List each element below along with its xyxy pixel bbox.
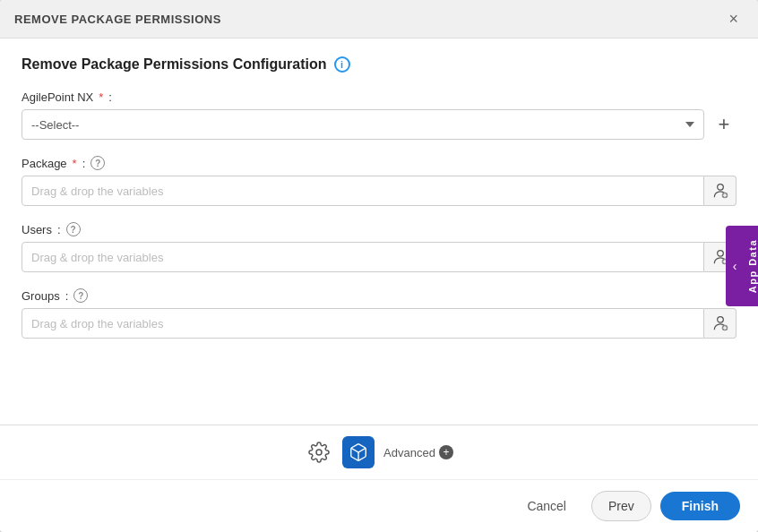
package-required: *: [73, 157, 77, 170]
agilepoint-required: *: [99, 90, 103, 104]
prev-button[interactable]: Prev: [591, 491, 651, 521]
modal-body: Remove Package Permissions Configuration…: [0, 39, 758, 425]
groups-variable-picker-button[interactable]: [704, 308, 736, 339]
footer-actions: Cancel Prev Finish: [0, 480, 758, 532]
users-label: Users: ?: [22, 222, 736, 236]
advanced-label: Advanced: [383, 446, 435, 459]
groups-person-icon: [711, 314, 729, 332]
modal-footer: Advanced + Cancel Prev Finish: [0, 425, 758, 532]
box-icon: [349, 442, 368, 462]
cancel-button[interactable]: Cancel: [511, 492, 582, 520]
app-data-panel[interactable]: ‹ App Data: [726, 226, 758, 306]
groups-row: Groups: ?: [22, 288, 736, 339]
agilepoint-row: AgilePoint NX*: --Select-- +: [22, 90, 736, 140]
app-data-chevron: ‹: [726, 226, 744, 306]
close-button[interactable]: ×: [723, 9, 744, 29]
groups-help-icon[interactable]: ?: [73, 288, 88, 303]
info-icon[interactable]: i: [334, 56, 350, 73]
groups-label: Groups: ?: [22, 288, 736, 303]
advanced-button[interactable]: Advanced +: [383, 445, 453, 459]
agilepoint-add-button[interactable]: +: [711, 112, 736, 137]
groups-var-row: [22, 308, 736, 339]
gear-button[interactable]: [305, 438, 333, 467]
config-heading-text: Remove Package Permissions Configuration: [22, 56, 327, 73]
users-input[interactable]: [22, 242, 704, 272]
agilepoint-label: AgilePoint NX*:: [22, 90, 736, 104]
modal-title: REMOVE PACKAGE PERMISSIONS: [14, 13, 221, 26]
app-data-label: App Data: [744, 239, 758, 293]
package-var-row: [22, 176, 736, 206]
modal-titlebar: REMOVE PACKAGE PERMISSIONS ×: [0, 0, 758, 39]
package-row: Package*: ?: [22, 156, 736, 206]
users-help-icon[interactable]: ?: [66, 222, 81, 236]
modal-dialog: REMOVE PACKAGE PERMISSIONS × Remove Pack…: [0, 0, 758, 532]
users-var-row: [22, 242, 736, 272]
package-help-icon[interactable]: ?: [90, 156, 105, 170]
svg-point-4: [717, 317, 723, 323]
package-icon-button[interactable]: [342, 436, 375, 468]
advanced-plus-icon: +: [439, 445, 453, 459]
finish-button[interactable]: Finish: [660, 492, 740, 520]
svg-point-0: [717, 184, 723, 191]
footer-toolbar: Advanced +: [0, 425, 758, 480]
users-row: Users: ?: [22, 222, 736, 272]
person-icon: [711, 182, 729, 200]
groups-input[interactable]: [22, 308, 704, 339]
agilepoint-select[interactable]: --Select--: [22, 109, 704, 140]
svg-point-2: [717, 251, 723, 257]
package-input[interactable]: [22, 176, 704, 206]
gear-icon: [308, 442, 330, 463]
package-variable-picker-button[interactable]: [704, 176, 736, 206]
package-label: Package*: ?: [22, 156, 736, 170]
agilepoint-select-row: --Select-- +: [22, 109, 736, 140]
config-heading: Remove Package Permissions Configuration…: [22, 56, 736, 73]
